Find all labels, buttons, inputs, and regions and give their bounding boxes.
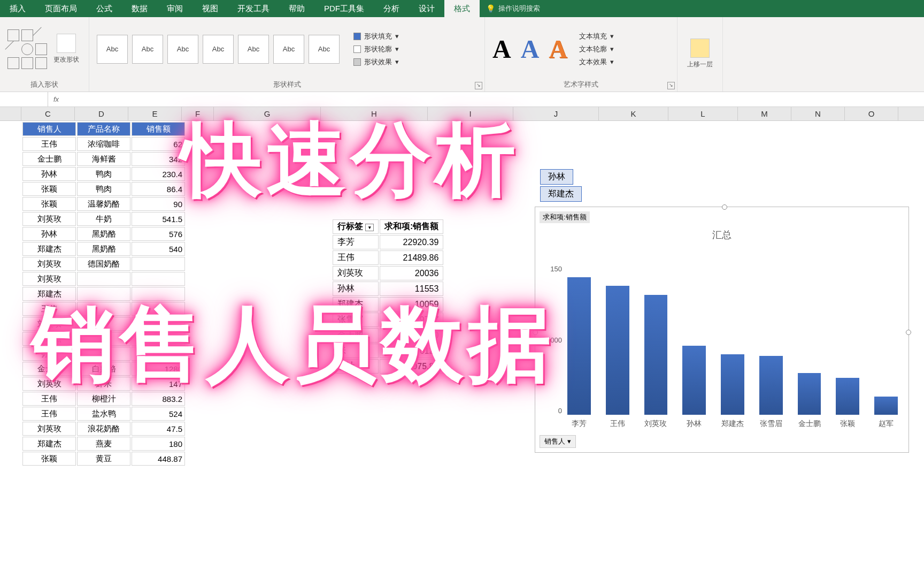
pivot-row[interactable]: 张6120	[333, 344, 443, 358]
wordart-style-2[interactable]: A	[521, 34, 540, 64]
tab-design[interactable]: 设计	[409, 0, 444, 17]
shape-brace-icon[interactable]	[35, 43, 47, 55]
chart-bar[interactable]	[682, 346, 706, 415]
col-header-g[interactable]: G	[214, 107, 321, 120]
bring-forward-button[interactable]: 上移一层	[685, 36, 715, 71]
col-header-f[interactable]: F	[182, 107, 214, 120]
col-header-d[interactable]: D	[75, 107, 128, 120]
table-row[interactable]: 孙林黑奶酪576	[22, 227, 185, 241]
change-shape-button[interactable]: 更改形状	[51, 32, 81, 66]
pivot-row[interactable]: 孙林11553	[333, 282, 443, 296]
header-salesperson[interactable]: 销售人	[22, 122, 76, 136]
chart-resize-handle[interactable]	[906, 330, 911, 335]
table-row[interactable]: 孙林温	[22, 347, 185, 361]
chart-resize-handle[interactable]	[533, 330, 538, 335]
table-row[interactable]: 刘英玫	[22, 317, 185, 331]
shape-style-1[interactable]: Abc	[97, 35, 128, 64]
col-header-m[interactable]: M	[738, 107, 791, 120]
shape-style-3[interactable]: Abc	[167, 35, 198, 64]
chart-bar[interactable]	[721, 354, 744, 415]
shape-textbox-icon[interactable]	[7, 29, 19, 41]
wordart-dialog-launcher[interactable]: ↘	[667, 82, 675, 89]
pivot-row[interactable]: 金士鹏7000	[333, 328, 443, 343]
col-header-h[interactable]: H	[321, 107, 428, 120]
pivot-sum-label[interactable]: 求和项:销售额	[380, 219, 443, 234]
chart-bar[interactable]	[836, 378, 859, 415]
chart-title[interactable]: 汇总	[535, 229, 908, 241]
slicer-item[interactable]: 郑建杰	[540, 186, 582, 202]
header-product[interactable]: 产品名称	[77, 122, 130, 136]
select-all-corner[interactable]	[0, 107, 21, 120]
tab-review[interactable]: 审阅	[157, 0, 192, 17]
wordart-gallery[interactable]: A A A	[492, 34, 567, 64]
shape-outline-button[interactable]: 形状轮廓 ▾	[353, 44, 399, 54]
shape-gallery[interactable]	[7, 29, 47, 69]
chart-field-button[interactable]: 求和项:销售额	[540, 211, 590, 223]
pivot-row[interactable]: 张雪眉9787	[333, 313, 443, 327]
shape-oval-icon[interactable]	[21, 43, 33, 55]
col-header-i[interactable]: I	[428, 107, 513, 120]
fx-icon[interactable]: fx	[48, 95, 64, 103]
shape-hex-icon[interactable]	[21, 57, 33, 69]
tell-me-search[interactable]: 操作说明搜索	[498, 4, 540, 13]
chart-bar[interactable]	[874, 397, 898, 415]
table-row[interactable]: 刘英玫牛奶541.5	[22, 212, 185, 226]
chart-axis-field-button[interactable]: 销售人 ▾	[540, 435, 576, 448]
col-header-k[interactable]: K	[599, 107, 668, 120]
shape-rect2-icon[interactable]	[7, 57, 19, 69]
wordart-style-3[interactable]: A	[549, 34, 567, 64]
table-row[interactable]: 刘英玫	[22, 272, 185, 286]
table-row[interactable]: 王伟柳橙汁883.2	[22, 392, 185, 406]
shape-more-icon[interactable]	[35, 57, 47, 69]
tab-pdf-tools[interactable]: PDF工具集	[314, 0, 374, 17]
chart-bar[interactable]	[567, 277, 591, 415]
table-row[interactable]: 郑建杰黑奶酪540	[22, 242, 185, 256]
table-row[interactable]: 张颖鸭肉86.4	[22, 182, 185, 196]
table-row[interactable]: 郑建杰苏10	[22, 332, 185, 346]
text-outline-button[interactable]: 文本轮廓 ▾	[579, 44, 614, 54]
table-row[interactable]: 张颖温馨奶酪90	[22, 197, 185, 211]
tab-page-layout[interactable]: 页面布局	[35, 0, 87, 17]
table-row[interactable]: 王伟浓缩咖啡62	[22, 137, 185, 151]
table-row[interactable]: 张颖黄豆448.87	[22, 452, 185, 466]
header-amount[interactable]: 销售额	[132, 122, 185, 136]
shape-style-7[interactable]: Abc	[309, 35, 340, 64]
table-row[interactable]: 刘英玫浪花奶酪47.5	[22, 422, 185, 436]
pivot-row[interactable]: 郑建杰10059	[333, 297, 443, 311]
text-effects-button[interactable]: 文本效果 ▾	[579, 57, 614, 67]
chart-bar[interactable]	[606, 286, 629, 415]
name-box[interactable]	[0, 92, 48, 107]
text-fill-button[interactable]: 文本填充 ▾	[579, 32, 614, 41]
chart-bar[interactable]	[759, 356, 783, 415]
tab-insert[interactable]: 插入	[0, 0, 35, 17]
col-header-l[interactable]: L	[668, 107, 738, 120]
tab-analyze[interactable]: 分析	[374, 0, 409, 17]
shape-fill-button[interactable]: 形状填充 ▾	[353, 32, 399, 41]
col-header-o[interactable]: O	[845, 107, 898, 120]
chart-bar[interactable]	[644, 295, 668, 415]
table-row[interactable]: 金士鹏海鲜酱342	[22, 152, 185, 166]
table-row[interactable]: 金士鹏白奶酪1280	[22, 362, 185, 376]
pivot-row-label[interactable]: 行标签▾	[333, 219, 379, 234]
chart-resize-handle[interactable]	[722, 204, 727, 210]
shape-effects-button[interactable]: 形状效果 ▾	[353, 57, 399, 67]
table-row[interactable]: 刘英玫德国奶酪	[22, 257, 185, 271]
shape-arrow-icon[interactable]	[5, 41, 21, 57]
shape-style-gallery[interactable]: Abc Abc Abc Abc Abc Abc Abc	[97, 35, 340, 64]
wordart-style-1[interactable]: A	[492, 34, 511, 64]
pivot-row[interactable]: 王伟21489.86	[333, 250, 443, 265]
tab-format[interactable]: 格式	[444, 0, 480, 17]
table-row[interactable]: 郑建杰	[22, 287, 185, 301]
shape-style-2[interactable]: Abc	[132, 35, 163, 64]
shape-style-4[interactable]: Abc	[203, 35, 234, 64]
table-row[interactable]: 刘英玫虾米147	[22, 377, 185, 391]
shape-style-6[interactable]: Abc	[273, 35, 304, 64]
pivot-row[interactable]: 刘英玫20036	[333, 266, 443, 280]
tab-help[interactable]: 帮助	[279, 0, 314, 17]
pivot-chart[interactable]: 求和项:销售额 汇总 150 5000 0 李芳王伟刘英玫孙林郑建杰张雪眉金士鹏…	[535, 207, 909, 453]
table-row[interactable]: 孙林鸭肉230.4	[22, 167, 185, 181]
sales-data-table[interactable]: 销售人 产品名称 销售额 王伟浓缩咖啡62金士鹏海鲜酱342孙林鸭肉230.4张…	[21, 121, 186, 467]
col-header-j[interactable]: J	[513, 107, 599, 120]
pivot-table[interactable]: 行标签▾ 求和项:销售额 李芳22920.39王伟21489.86刘英玫2003…	[332, 218, 444, 375]
col-header-c[interactable]: C	[21, 107, 75, 120]
